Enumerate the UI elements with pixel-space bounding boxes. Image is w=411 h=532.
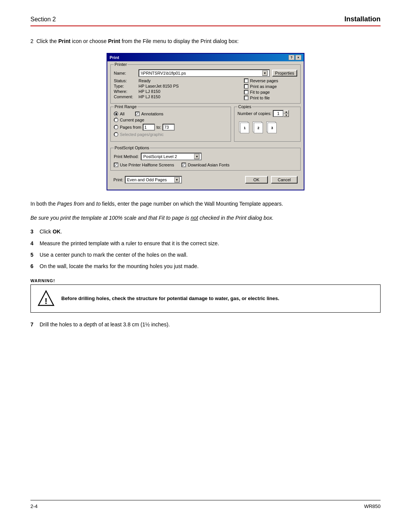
print-label: Print: — [113, 177, 123, 182]
copies-spinner: ▲ ▼ — [273, 110, 289, 117]
step-2-text-mid2: from the File menu to display the Print … — [120, 38, 239, 44]
spin-down-button[interactable]: ▼ — [284, 113, 289, 117]
collate-page-2: 1 — [240, 123, 249, 133]
print-bold-2: Print — [108, 38, 120, 44]
print-pages-arrow[interactable]: ▼ — [174, 177, 180, 182]
print-method-label: Print Method: — [114, 154, 139, 159]
close-button[interactable]: × — [295, 55, 301, 60]
properties-button[interactable]: Properties — [272, 70, 297, 77]
print-method-row: Print Method: PostScript Level 2 ▼ — [114, 153, 297, 160]
print-method-select[interactable]: PostScript Level 2 ▼ — [141, 153, 202, 160]
print-to-file-checkbox[interactable] — [244, 96, 249, 100]
dialog-body: Printer Name: \\PRNTSRV1\b1flp01.ps ▼ Pr… — [107, 61, 304, 190]
help-button[interactable]: ? — [288, 55, 295, 60]
print-pages-row: Print: Even and Odd Pages ▼ — [113, 176, 242, 184]
step-5: 5 Use a center punch to mark the center … — [30, 251, 381, 259]
printer-info-left: Status: Ready Type: HP LaserJet 8150 PS … — [114, 78, 241, 100]
comment-label: Comment: — [114, 94, 139, 99]
not-underlined: not — [191, 215, 198, 221]
type-value: HP LaserJet 8150 PS — [139, 84, 179, 88]
body-text-1-before: In both the — [30, 201, 57, 207]
page: Section 2 Installation 2 Click the Print… — [0, 0, 411, 532]
step-3-number: 3 — [30, 227, 40, 236]
reverse-pages-checkbox[interactable] — [244, 78, 249, 83]
collate-stack-1: 1 1 — [237, 121, 250, 134]
halftone-checkbox[interactable]: ✓ — [114, 163, 118, 167]
selected-pages-radio-row: Selected pages/graphic — [114, 132, 228, 137]
print-range-label: Print Range — [114, 104, 137, 109]
spin-up-button[interactable]: ▲ — [284, 110, 289, 113]
reverse-pages-label: Reverse pages — [250, 78, 278, 83]
printer-group-label: Printer — [114, 62, 127, 67]
printer-name-select[interactable]: \\PRNTSRV1\b1flp01.ps ▼ — [139, 69, 270, 77]
type-label: Type: — [114, 84, 139, 88]
page-footer: 2-4 WR850 — [30, 500, 381, 509]
cancel-button[interactable]: Cancel — [271, 176, 298, 184]
step-4-number: 4 — [30, 239, 40, 248]
comment-value: HP LJ 8150 — [139, 94, 160, 99]
dialog-title: Print — [110, 55, 119, 60]
collate-icon-1: 1 1 — [237, 121, 250, 134]
print-to-file-row: Print to file — [244, 96, 297, 100]
print-pages-select[interactable]: Even and Odd Pages ▼ — [125, 176, 182, 184]
step-3: 3 Click OK. — [30, 227, 381, 236]
step-7: 7 Drill the holes to a depth of at least… — [30, 320, 381, 329]
all-radio[interactable] — [114, 112, 118, 116]
warning-text: Before drilling holes, check the structu… — [61, 295, 279, 302]
num-copies-row: Number of copies: ▲ ▼ — [237, 110, 297, 117]
print-dialog[interactable]: Print ? × Printer Name: — [107, 53, 304, 190]
pages-radio[interactable] — [114, 125, 118, 129]
dialog-wrapper: Print ? × Printer Name: — [30, 53, 381, 190]
printer-name-arrow[interactable]: ▼ — [262, 70, 268, 76]
warning-box: ! Before drilling holes, check the struc… — [30, 284, 381, 313]
printer-info-right: Reverse pages Print as image Fit to page — [244, 78, 297, 100]
all-radio-row: All ✓ Annotations — [114, 112, 228, 116]
fit-to-page-checkbox[interactable] — [244, 90, 249, 94]
fit-to-page-row: Fit to page — [244, 90, 297, 94]
warning-label: WARNING! — [30, 278, 381, 283]
printer-name-value: \\PRNTSRV1\b1flp01.ps — [141, 71, 186, 75]
warning-section: WARNING! ! Before drilling holes, check … — [30, 278, 381, 313]
where-value: HP LJ 8150 — [139, 89, 160, 94]
step-5-number: 5 — [30, 251, 40, 259]
printer-group: Printer Name: \\PRNTSRV1\b1flp01.ps ▼ Pr… — [110, 64, 301, 104]
print-as-image-checkbox[interactable] — [244, 84, 249, 89]
step-7-number: 7 — [30, 320, 40, 329]
halftone-label: Use Printer Halftone Screens — [120, 163, 174, 167]
pages-from-label: Pages from — [120, 125, 141, 129]
print-method-arrow[interactable]: ▼ — [194, 154, 199, 159]
step-6-number: 6 — [30, 262, 40, 270]
printer-name-row: Name: \\PRNTSRV1\b1flp01.ps ▼ Properties — [114, 69, 297, 77]
selected-pages-radio[interactable] — [114, 132, 118, 137]
current-page-label: Current page — [120, 118, 144, 122]
pages-to-input[interactable] — [162, 124, 175, 131]
current-page-radio-row: Current page — [114, 118, 228, 122]
warning-bold-text: Before drilling holes, check the structu… — [61, 296, 279, 301]
pages-from-input[interactable] — [143, 124, 155, 131]
print-pages-value: Even and Odd Pages — [127, 177, 167, 182]
section-label: Section 2 — [30, 16, 56, 23]
step-4: 4 Measure the printed template with a ru… — [30, 239, 381, 248]
print-method-value: PostScript Level 2 — [143, 154, 177, 159]
step-4-text: Measure the printed template with a rule… — [40, 239, 381, 248]
copies-input[interactable] — [273, 110, 284, 117]
print-bold-1: Print — [58, 38, 70, 44]
print-as-image-label: Print as image — [250, 84, 277, 89]
printer-name-field-row: \\PRNTSRV1\b1flp01.ps ▼ Properties — [139, 69, 297, 77]
current-page-radio[interactable] — [114, 118, 118, 122]
print-as-image-row: Print as image — [244, 84, 297, 89]
step-2-text-before: Click the — [37, 38, 59, 44]
collate-stack-3: 3 3 — [265, 121, 278, 134]
italic-note: Be sure you print the template at 100% s… — [30, 214, 381, 222]
ok-button[interactable]: OK — [245, 176, 268, 184]
comment-row: Comment: HP LJ 8150 — [114, 94, 241, 99]
titlebar-buttons: ? × — [288, 55, 301, 60]
print-to-file-label: Print to file — [250, 96, 270, 100]
copies-group: Copies Number of copies: ▲ ▼ — [234, 107, 301, 142]
svg-text:!: ! — [45, 296, 47, 306]
step-5-text: Use a center punch to mark the center of… — [40, 251, 381, 259]
body-text-1-and: and — [84, 201, 96, 207]
asian-fonts-checkbox[interactable]: ✓ — [182, 163, 186, 167]
annotations-checkbox[interactable]: ✓ — [135, 112, 140, 116]
collate-stack-2: 2 2 — [251, 121, 264, 134]
